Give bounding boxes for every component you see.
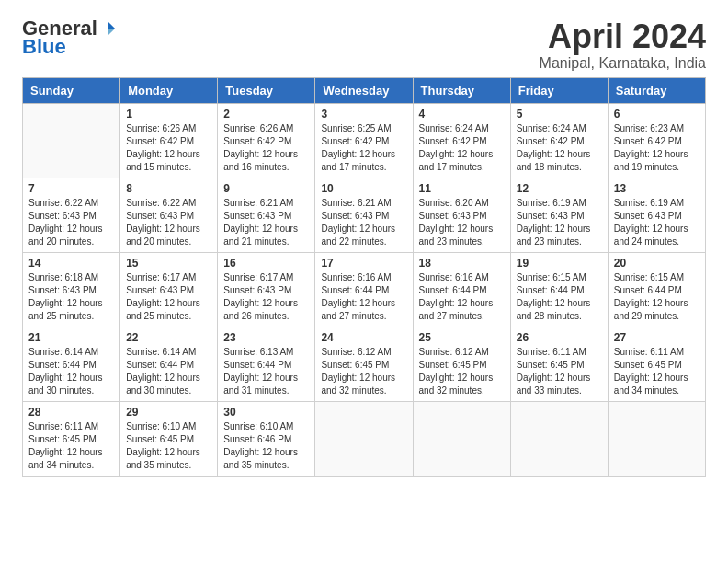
- day-info: Sunrise: 6:22 AMSunset: 6:43 PMDaylight:…: [126, 197, 211, 248]
- day-number: 9: [223, 182, 309, 195]
- day-number: 3: [321, 108, 406, 121]
- calendar-day-cell: 20Sunrise: 6:15 AMSunset: 6:44 PMDayligh…: [608, 252, 705, 327]
- calendar-day-cell: 15Sunrise: 6:17 AMSunset: 6:43 PMDayligh…: [120, 252, 218, 327]
- title-block: April 2024 Manipal, Karnataka, India: [540, 18, 706, 72]
- day-info: Sunrise: 6:24 AMSunset: 6:42 PMDaylight:…: [517, 122, 602, 174]
- day-number: 27: [614, 331, 700, 344]
- calendar-day-cell: 24Sunrise: 6:12 AMSunset: 6:45 PMDayligh…: [315, 327, 413, 401]
- day-number: 12: [517, 182, 602, 195]
- calendar-day-cell: 18Sunrise: 6:16 AMSunset: 6:44 PMDayligh…: [413, 252, 510, 327]
- day-info: Sunrise: 6:17 AMSunset: 6:43 PMDaylight:…: [223, 271, 309, 323]
- day-info: Sunrise: 6:19 AMSunset: 6:43 PMDaylight:…: [614, 197, 700, 248]
- calendar-day-cell: 14Sunrise: 6:18 AMSunset: 6:43 PMDayligh…: [23, 252, 120, 327]
- day-info: Sunrise: 6:19 AMSunset: 6:43 PMDaylight:…: [517, 197, 602, 248]
- day-number: 21: [28, 331, 114, 344]
- page-subtitle: Manipal, Karnataka, India: [540, 55, 706, 72]
- day-number: 5: [517, 108, 602, 121]
- day-info: Sunrise: 6:14 AMSunset: 6:44 PMDaylight:…: [126, 346, 211, 397]
- calendar-day-cell: 16Sunrise: 6:17 AMSunset: 6:43 PMDayligh…: [218, 252, 315, 327]
- day-number: 29: [126, 406, 211, 419]
- page-header: General Blue April 2024 Manipal, Karnata…: [22, 18, 706, 72]
- calendar-day-cell: 10Sunrise: 6:21 AMSunset: 6:43 PMDayligh…: [315, 178, 413, 252]
- day-info: Sunrise: 6:26 AMSunset: 6:42 PMDaylight:…: [223, 122, 309, 174]
- day-number: 25: [419, 331, 505, 344]
- day-number: 10: [321, 182, 406, 195]
- day-info: Sunrise: 6:13 AMSunset: 6:44 PMDaylight:…: [223, 346, 309, 397]
- day-info: Sunrise: 6:25 AMSunset: 6:42 PMDaylight:…: [321, 122, 406, 174]
- calendar-day-header: Saturday: [608, 77, 705, 103]
- calendar-day-cell: 23Sunrise: 6:13 AMSunset: 6:44 PMDayligh…: [218, 327, 315, 401]
- calendar-day-cell: [510, 401, 608, 476]
- day-number: 7: [28, 182, 114, 195]
- calendar-day-cell: 12Sunrise: 6:19 AMSunset: 6:43 PMDayligh…: [510, 178, 608, 252]
- day-number: 16: [223, 257, 309, 270]
- day-info: Sunrise: 6:15 AMSunset: 6:44 PMDaylight:…: [517, 271, 602, 323]
- day-number: 4: [419, 108, 505, 121]
- calendar-day-header: Sunday: [23, 77, 120, 103]
- day-number: 8: [126, 182, 211, 195]
- day-info: Sunrise: 6:17 AMSunset: 6:43 PMDaylight:…: [126, 271, 211, 323]
- calendar-day-header: Friday: [510, 77, 608, 103]
- day-info: Sunrise: 6:26 AMSunset: 6:42 PMDaylight:…: [126, 122, 211, 174]
- day-info: Sunrise: 6:21 AMSunset: 6:43 PMDaylight:…: [321, 197, 406, 248]
- svg-marker-1: [108, 29, 115, 36]
- calendar-day-cell: 29Sunrise: 6:10 AMSunset: 6:45 PMDayligh…: [120, 401, 218, 476]
- day-info: Sunrise: 6:10 AMSunset: 6:46 PMDaylight:…: [223, 420, 309, 472]
- calendar-day-cell: 11Sunrise: 6:20 AMSunset: 6:43 PMDayligh…: [413, 178, 510, 252]
- day-number: 18: [419, 257, 505, 270]
- day-number: 1: [126, 108, 211, 121]
- calendar-week-row: 7Sunrise: 6:22 AMSunset: 6:43 PMDaylight…: [23, 178, 706, 252]
- day-info: Sunrise: 6:14 AMSunset: 6:44 PMDaylight:…: [28, 346, 114, 397]
- calendar-day-cell: 2Sunrise: 6:26 AMSunset: 6:42 PMDaylight…: [218, 103, 315, 178]
- day-number: 28: [28, 406, 114, 419]
- calendar-week-row: 1Sunrise: 6:26 AMSunset: 6:42 PMDaylight…: [23, 103, 706, 178]
- calendar-day-cell: 25Sunrise: 6:12 AMSunset: 6:45 PMDayligh…: [413, 327, 510, 401]
- day-number: 17: [321, 257, 406, 270]
- day-info: Sunrise: 6:16 AMSunset: 6:44 PMDaylight:…: [321, 271, 406, 323]
- day-number: 26: [517, 331, 602, 344]
- logo-flag-icon: [99, 20, 116, 37]
- calendar-day-cell: 4Sunrise: 6:24 AMSunset: 6:42 PMDaylight…: [413, 103, 510, 178]
- calendar-day-cell: [23, 103, 120, 178]
- day-number: 30: [223, 406, 309, 419]
- calendar-day-cell: [413, 401, 510, 476]
- day-info: Sunrise: 6:10 AMSunset: 6:45 PMDaylight:…: [126, 420, 211, 472]
- calendar-day-cell: 1Sunrise: 6:26 AMSunset: 6:42 PMDaylight…: [120, 103, 218, 178]
- day-info: Sunrise: 6:15 AMSunset: 6:44 PMDaylight:…: [614, 271, 700, 323]
- calendar-day-cell: 7Sunrise: 6:22 AMSunset: 6:43 PMDaylight…: [23, 178, 120, 252]
- day-number: 24: [321, 331, 406, 344]
- day-number: 23: [223, 331, 309, 344]
- day-info: Sunrise: 6:20 AMSunset: 6:43 PMDaylight:…: [419, 197, 505, 248]
- calendar-day-header: Thursday: [413, 77, 510, 103]
- day-info: Sunrise: 6:23 AMSunset: 6:42 PMDaylight:…: [614, 122, 700, 174]
- day-number: 11: [419, 182, 505, 195]
- day-info: Sunrise: 6:11 AMSunset: 6:45 PMDaylight:…: [517, 346, 602, 397]
- page-title: April 2024: [540, 18, 706, 55]
- day-number: 19: [517, 257, 602, 270]
- day-number: 6: [614, 108, 700, 121]
- day-number: 20: [614, 257, 700, 270]
- calendar-day-cell: 22Sunrise: 6:14 AMSunset: 6:44 PMDayligh…: [120, 327, 218, 401]
- day-number: 14: [28, 257, 114, 270]
- calendar-day-header: Monday: [120, 77, 218, 103]
- calendar-day-header: Tuesday: [218, 77, 315, 103]
- day-number: 15: [126, 257, 211, 270]
- logo-blue-text: Blue: [22, 35, 66, 58]
- svg-marker-0: [108, 21, 115, 29]
- calendar-day-cell: 3Sunrise: 6:25 AMSunset: 6:42 PMDaylight…: [315, 103, 413, 178]
- calendar-day-cell: 8Sunrise: 6:22 AMSunset: 6:43 PMDaylight…: [120, 178, 218, 252]
- day-info: Sunrise: 6:18 AMSunset: 6:43 PMDaylight:…: [28, 271, 114, 323]
- day-info: Sunrise: 6:12 AMSunset: 6:45 PMDaylight:…: [419, 346, 505, 397]
- calendar-day-cell: 27Sunrise: 6:11 AMSunset: 6:45 PMDayligh…: [608, 327, 705, 401]
- day-info: Sunrise: 6:11 AMSunset: 6:45 PMDaylight:…: [614, 346, 700, 397]
- calendar-table: SundayMondayTuesdayWednesdayThursdayFrid…: [22, 77, 706, 477]
- logo: General Blue: [22, 18, 116, 59]
- day-info: Sunrise: 6:24 AMSunset: 6:42 PMDaylight:…: [419, 122, 505, 174]
- calendar-day-cell: 26Sunrise: 6:11 AMSunset: 6:45 PMDayligh…: [510, 327, 608, 401]
- calendar-day-cell: 30Sunrise: 6:10 AMSunset: 6:46 PMDayligh…: [218, 401, 315, 476]
- calendar-day-cell: 9Sunrise: 6:21 AMSunset: 6:43 PMDaylight…: [218, 178, 315, 252]
- day-info: Sunrise: 6:16 AMSunset: 6:44 PMDaylight:…: [419, 271, 505, 323]
- calendar-day-cell: 13Sunrise: 6:19 AMSunset: 6:43 PMDayligh…: [608, 178, 705, 252]
- calendar-day-cell: [608, 401, 705, 476]
- calendar-day-cell: 6Sunrise: 6:23 AMSunset: 6:42 PMDaylight…: [608, 103, 705, 178]
